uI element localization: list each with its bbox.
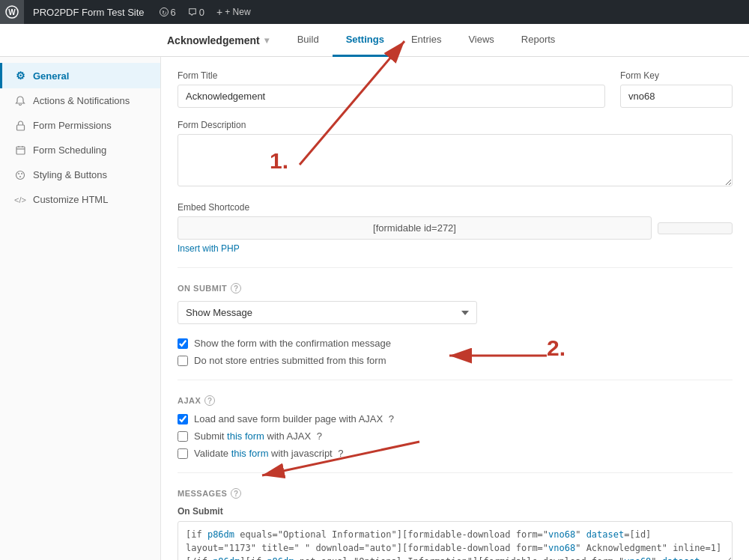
site-name[interactable]: PRO2PDF Form Test Site	[24, 0, 154, 24]
svg-point-7	[18, 173, 19, 174]
calendar-icon	[13, 145, 27, 155]
tab-settings[interactable]: Settings	[333, 24, 398, 57]
msg-link-dataset-1[interactable]: dataset	[586, 529, 625, 540]
new-button[interactable]: + + New	[210, 6, 257, 18]
ajax-submit-link[interactable]: this form	[227, 430, 264, 442]
form-title-label: Form Title	[178, 70, 605, 81]
content-area: Form Title Form Key Form Description Emb…	[161, 57, 749, 560]
on-submit-header: ON SUBMIT ?	[178, 283, 733, 293]
messages-header: MESSAGES ?	[178, 488, 733, 499]
sidebar-item-permissions-label: Form Permissions	[33, 120, 112, 131]
tab-reports[interactable]: Reports	[508, 24, 569, 57]
on-submit-help-icon[interactable]: ?	[231, 283, 241, 293]
divider-1	[178, 267, 733, 268]
svg-text:W: W	[8, 8, 16, 16]
gear-icon: ⚙	[13, 70, 27, 82]
ajax-load-save-row: Load and save form builder page with AJA…	[178, 413, 733, 424]
msg-link-vno68-2: vno68	[548, 543, 575, 553]
sidebar-item-form-scheduling[interactable]: Form Scheduling	[0, 138, 160, 162]
on-submit-msg-area[interactable]: [if p86dm equals="Optional Information"]…	[178, 521, 733, 560]
embed-shortcode-label: Embed Shortcode	[178, 202, 733, 213]
sidebar-item-html-label: Customize HTML	[33, 194, 108, 205]
admin-topbar: W PRO2PDF Form Test Site ↻ 6 0 + + New	[0, 0, 749, 24]
form-title-section: Form Title	[178, 70, 605, 108]
on-submit-select[interactable]: Show Message Redirect to URL Redirect to…	[178, 301, 477, 324]
tab-entries[interactable]: Entries	[398, 24, 455, 57]
inner-layout: ⚙ General Actions & Notifications	[0, 57, 749, 560]
checkbox-no-store: Do not store entries submitted from this…	[178, 355, 733, 366]
bell-icon	[13, 96, 27, 106]
sidebar-nav: ⚙ General Actions & Notifications	[0, 57, 161, 560]
current-form-name: Acknowledgement ▾	[6, 34, 269, 46]
form-title-input[interactable]	[178, 85, 605, 108]
form-key-input[interactable]	[620, 85, 733, 108]
no-store-label: Do not store entries submitted from this…	[194, 355, 386, 366]
ajax-header: AJAX ?	[178, 395, 733, 406]
ajax-help-icon[interactable]: ?	[204, 395, 215, 406]
sidebar-item-actions-notifications[interactable]: Actions & Notifications	[0, 88, 160, 113]
sidebar-item-form-permissions[interactable]: Form Permissions	[0, 113, 160, 138]
sidebar-item-styling-buttons[interactable]: Styling & Buttons	[0, 162, 160, 187]
svg-point-8	[21, 173, 22, 174]
form-name-caret[interactable]: ▾	[264, 35, 269, 46]
title-key-row: Form Title Form Key	[178, 70, 733, 108]
form-key-section: Form Key	[620, 70, 733, 108]
comments-counter[interactable]: 0	[182, 7, 210, 18]
on-submit-msg-label: On Submit	[178, 506, 733, 517]
sidebar-item-general[interactable]: ⚙ General	[0, 63, 160, 88]
tabs-wrapper: Build Settings Entries Views Reports	[284, 24, 569, 57]
shortcode-copy-button[interactable]	[658, 222, 733, 234]
show-form-checkbox[interactable]	[178, 338, 188, 349]
shortcode-input[interactable]	[178, 216, 652, 240]
svg-point-9	[19, 176, 21, 177]
ajax-validate-help-icon[interactable]: ?	[338, 448, 343, 459]
svg-text:↻: ↻	[161, 10, 166, 16]
tab-build[interactable]: Build	[284, 24, 333, 57]
palette-icon	[13, 170, 27, 180]
sidebar-item-styling-label: Styling & Buttons	[33, 169, 107, 180]
ajax-load-save-label: Load and save form builder page with AJA…	[194, 413, 394, 424]
lock-icon	[13, 121, 27, 131]
on-submit-msg-section: On Submit [if p86dm equals="Optional Inf…	[178, 506, 733, 560]
ajax-submit-checkbox[interactable]	[178, 431, 188, 442]
show-form-label: Show the form with the confirmation mess…	[194, 338, 391, 349]
ajax-validate-row: Validate this form with javascript ?	[178, 448, 733, 459]
ajax-load-save-checkbox[interactable]	[178, 414, 188, 424]
msg-link-vno68-3[interactable]: vno68	[624, 556, 651, 560]
divider-2	[178, 380, 733, 380]
form-title-bar: Acknowledgement ▾ Build Settings Entries…	[0, 24, 749, 57]
form-description-label: Form Description	[178, 120, 733, 130]
svg-rect-5	[16, 147, 25, 154]
msg-link-p86dm-3[interactable]: p86dm	[267, 556, 294, 560]
msg-link-p86dm-2[interactable]: p86dm	[213, 556, 240, 560]
sidebar-item-actions-label: Actions & Notifications	[33, 95, 130, 106]
msg-link-dataset-2[interactable]: dataset	[662, 556, 700, 560]
msg-link-vno68-1[interactable]: vno68	[548, 529, 575, 540]
msg-link-p86dm-1[interactable]: p86dm	[207, 529, 234, 540]
ajax-submit-help-icon[interactable]: ?	[317, 430, 322, 442]
ajax-load-help-icon[interactable]: ?	[389, 413, 394, 424]
embed-shortcode-section: Embed Shortcode Insert with PHP	[178, 202, 733, 254]
code-icon: </>	[13, 195, 27, 204]
ajax-validate-link[interactable]: this form	[231, 448, 269, 459]
checkbox-show-form: Show the form with the confirmation mess…	[178, 338, 733, 349]
sidebar-item-scheduling-label: Form Scheduling	[33, 144, 106, 156]
insert-php-link[interactable]: Insert with PHP	[178, 243, 240, 254]
ajax-submit-label: Submit this form with AJAX ?	[194, 430, 322, 442]
shortcode-row	[178, 216, 733, 240]
svg-rect-4	[16, 125, 24, 130]
sidebar-item-general-label: General	[33, 70, 69, 82]
tab-views[interactable]: Views	[455, 24, 507, 57]
wp-logo: W	[0, 0, 24, 24]
form-description-input[interactable]	[178, 134, 733, 186]
ajax-validate-checkbox[interactable]	[178, 448, 188, 459]
messages-help-icon[interactable]: ?	[231, 488, 241, 499]
updates-counter[interactable]: ↻ 6	[154, 7, 182, 18]
form-key-label: Form Key	[620, 70, 733, 81]
ajax-validate-label: Validate this form with javascript ?	[194, 448, 344, 459]
on-submit-row: Show Message Redirect to URL Redirect to…	[178, 301, 733, 324]
divider-3	[178, 472, 733, 473]
svg-point-6	[16, 171, 25, 179]
no-store-checkbox[interactable]	[178, 356, 188, 366]
sidebar-item-customize-html[interactable]: </> Customize HTML	[0, 187, 160, 212]
